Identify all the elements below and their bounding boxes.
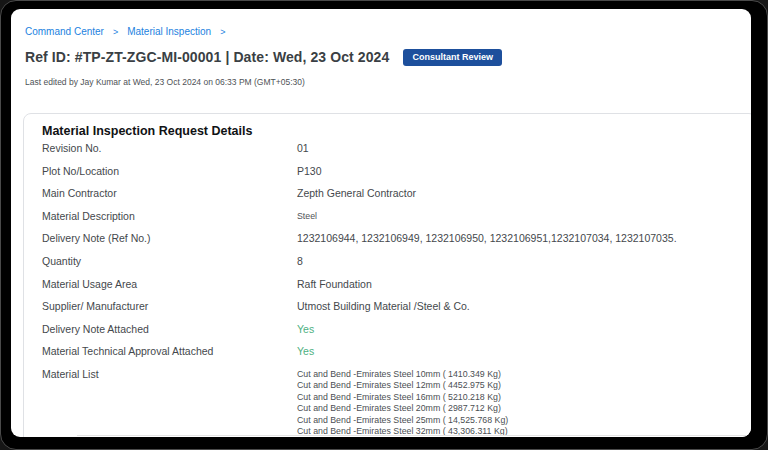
page-title: Ref ID: #TP-ZT-ZGC-MI-00001 | Date: Wed,… [25,49,389,66]
status-badge: Consultant Review [403,49,502,66]
breadcrumb-link-command-center[interactable]: Command Center [25,26,104,38]
material-list-item: Cut and Bend -Emirates Steel 16mm ( 5210… [297,392,738,404]
detail-row-value: Steel [297,211,738,234]
row-divider [77,435,751,436]
details-card: Material Inspection Request Details Revi… [23,113,751,437]
detail-row-value: Zepth General Contractor [297,188,738,211]
material-list-item: Cut and Bend -Emirates Steel 20mm ( 2987… [297,403,738,415]
detail-row-value: Raft Foundation [297,279,738,302]
detail-row: Delivery Note (Ref No.)1232106944, 12321… [24,233,751,256]
detail-row: Main ContractorZepth General Contractor [24,188,751,211]
detail-row-value: Yes [297,346,738,369]
header-title-row: Ref ID: #TP-ZT-ZGC-MI-00001 | Date: Wed,… [25,49,741,66]
detail-row: Material ListCut and Bend -Emirates Stee… [24,369,751,437]
detail-row: Material DescriptionSteel [24,211,751,234]
detail-row-label: Supplier/ Manufacturer [42,301,297,324]
material-list: Cut and Bend -Emirates Steel 10mm ( 1410… [297,369,738,437]
detail-row: Material Technical Approval AttachedYes [24,346,751,369]
detail-row-label: Material Description [42,211,297,234]
detail-row-label: Plot No/Location [42,166,297,189]
last-edited-note: Last edited by Jay Kumar at Wed, 23 Oct … [25,77,305,87]
breadcrumb-separator-icon: > [220,26,225,38]
detail-row-value: P130 [297,166,738,189]
detail-row: Material Usage AreaRaft Foundation [24,279,751,302]
breadcrumb: Command Center > Material Inspection > [25,26,225,38]
detail-row-label: Revision No. [42,143,297,166]
detail-row: Supplier/ ManufacturerUtmost Building Ma… [24,301,751,324]
details-card-title: Material Inspection Request Details [24,114,751,143]
detail-row: Plot No/LocationP130 [24,166,751,189]
detail-row-label: Delivery Note Attached [42,324,297,347]
detail-row-value: 01 [297,143,738,166]
breadcrumb-separator-icon: > [113,26,118,38]
breadcrumb-link-material-inspection[interactable]: Material Inspection [127,26,211,38]
detail-row-value: 8 [297,256,738,279]
detail-row-label: Material Technical Approval Attached [42,346,297,369]
details-rows: Revision No.01Plot No/LocationP130Main C… [24,143,751,437]
detail-row-label: Material List [42,369,297,437]
detail-row: Delivery Note AttachedYes [24,324,751,347]
detail-row-value: Yes [297,324,738,347]
detail-row-label: Material Usage Area [42,279,297,302]
material-list-item: Cut and Bend -Emirates Steel 25mm ( 14,5… [297,415,738,427]
window-frame: Command Center > Material Inspection > R… [0,0,768,450]
page: Command Center > Material Inspection > R… [11,9,751,437]
detail-row-label: Delivery Note (Ref No.) [42,233,297,256]
detail-row: Quantity8 [24,256,751,279]
detail-row-label: Main Contractor [42,188,297,211]
detail-row-value: Utmost Building Material /Steel & Co. [297,301,738,324]
detail-row: Revision No.01 [24,143,751,166]
material-list-item: Cut and Bend -Emirates Steel 12mm ( 4452… [297,380,738,392]
detail-row-value: 1232106944, 1232106949, 1232106950, 1232… [297,233,738,256]
material-list-item: Cut and Bend -Emirates Steel 10mm ( 1410… [297,369,738,381]
detail-row-label: Quantity [42,256,297,279]
